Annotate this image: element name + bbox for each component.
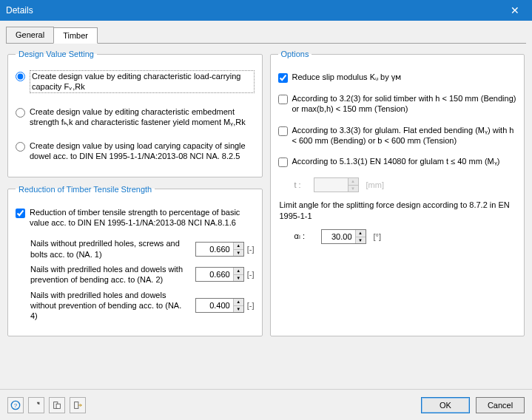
- fieldset-options: Options Reduce slip modulus Kᵤ by γᴍ Acc…: [270, 50, 525, 336]
- close-icon[interactable]: ✕: [504, 4, 526, 16]
- label-limit-angle: Limit angle for the splitting force desi…: [280, 200, 517, 222]
- input-red-row3[interactable]: ▲ ▼: [195, 298, 244, 313]
- fieldset-design-value: Design Value Setting Create design value…: [7, 50, 263, 177]
- spinner-alpha[interactable]: ▲ ▼: [355, 230, 366, 243]
- unit-red-row1: [-]: [247, 245, 255, 254]
- radio-dv-r1[interactable]: [16, 72, 25, 81]
- input-t-field: [314, 178, 348, 192]
- cancel-button[interactable]: Cancel: [476, 397, 525, 413]
- spinner-t: ▲ ▼: [348, 178, 358, 192]
- input-red-row1-field[interactable]: [196, 243, 233, 256]
- label-o4: According to 5.1.3(1) EN 14080 for glula…: [292, 156, 500, 166]
- unit-red-row3: [-]: [247, 301, 255, 310]
- input-red-row2[interactable]: ▲ ▼: [195, 267, 244, 282]
- radio-dv-r3[interactable]: [16, 142, 25, 152]
- window-title: Details: [6, 5, 33, 16]
- label-red-row3: Nails with predrilled holes and dowels w…: [16, 290, 186, 322]
- spin-down-icon[interactable]: ▼: [355, 237, 366, 243]
- legend-design-value: Design Value Setting: [16, 50, 97, 58]
- cb-o3[interactable]: [278, 126, 288, 136]
- left-column: Design Value Setting Create design value…: [7, 50, 263, 336]
- input-red-row1[interactable]: ▲ ▼: [195, 242, 244, 257]
- cb-o4[interactable]: [278, 158, 288, 167]
- label-o1: Reduce slip modulus Kᵤ by γᴍ: [292, 72, 402, 82]
- label-red-row1: Nails without predrilled holes, screws a…: [16, 238, 186, 260]
- input-t: ▲ ▼: [314, 177, 359, 192]
- spin-up-icon: ▲: [348, 178, 358, 185]
- input-alpha-field[interactable]: [322, 230, 355, 243]
- unit-alpha: [°]: [374, 232, 382, 241]
- ok-button[interactable]: OK: [421, 397, 470, 413]
- label-o3: According to 3.3(3) for glulam. Flat end…: [292, 125, 517, 146]
- spin-down-icon[interactable]: ▼: [233, 249, 243, 256]
- label-dv-r3: Create design value by using load caryin…: [30, 140, 255, 162]
- tab-timber[interactable]: Timber: [53, 27, 98, 44]
- radio-dv-r2[interactable]: [16, 108, 25, 118]
- svg-text:?: ?: [14, 402, 18, 408]
- input-alpha[interactable]: ▲ ▼: [321, 229, 366, 244]
- label-o2: According to 3.2(3) for solid timber wit…: [292, 93, 517, 115]
- export-icon[interactable]: [70, 397, 86, 413]
- spinner-row1[interactable]: ▲ ▼: [233, 243, 243, 256]
- footer: ? OK Cancel: [0, 389, 532, 420]
- input-red-row2-field[interactable]: [196, 268, 233, 281]
- label-dv-r2: Create design value by editing character…: [30, 106, 255, 128]
- help-icon[interactable]: ?: [7, 397, 24, 413]
- unit-red-row2: [-]: [247, 270, 255, 279]
- label-red-row2: Nails with predrilled holes and dowels w…: [16, 264, 186, 285]
- cb-o2[interactable]: [278, 95, 288, 104]
- label-alpha: αₗ :: [294, 231, 314, 241]
- spin-up-icon[interactable]: ▲: [233, 268, 243, 274]
- tab-general[interactable]: General: [6, 27, 54, 43]
- spin-down-icon[interactable]: ▼: [233, 274, 243, 281]
- spinner-row2[interactable]: ▲ ▼: [233, 268, 243, 281]
- fieldset-reduction: Reduction of Timber Tensile Strength Red…: [7, 185, 263, 337]
- svg-rect-4: [75, 402, 78, 408]
- input-red-row3-field[interactable]: [196, 299, 233, 312]
- tab-bar: General Timber: [6, 27, 526, 44]
- svg-rect-3: [56, 404, 60, 408]
- spin-up-icon[interactable]: ▲: [233, 299, 243, 305]
- spin-down-icon[interactable]: ▼: [233, 305, 243, 312]
- unit-t: [mm]: [366, 180, 384, 189]
- right-column: Options Reduce slip modulus Kᵤ by γᴍ Acc…: [270, 50, 525, 336]
- panel-timber: Design Value Setting Create design value…: [0, 44, 532, 342]
- label-dv-r1: Create design value by editing character…: [30, 70, 255, 93]
- spin-down-icon: ▼: [348, 185, 358, 192]
- label-cb-reduction: Reduction of timber tensile strength to …: [30, 207, 255, 228]
- preset-icon[interactable]: [49, 397, 65, 413]
- legend-options: Options: [278, 50, 312, 58]
- cb-o1[interactable]: [278, 73, 288, 83]
- legend-reduction: Reduction of Timber Tensile Strength: [16, 185, 155, 194]
- spin-up-icon[interactable]: ▲: [355, 230, 366, 237]
- spinner-row3[interactable]: ▲ ▼: [233, 299, 243, 312]
- spin-up-icon[interactable]: ▲: [233, 243, 243, 249]
- wrench-icon[interactable]: [28, 397, 44, 413]
- title-bar: Details ✕: [0, 0, 532, 21]
- cb-reduction[interactable]: [16, 209, 25, 218]
- label-t: t :: [294, 180, 306, 189]
